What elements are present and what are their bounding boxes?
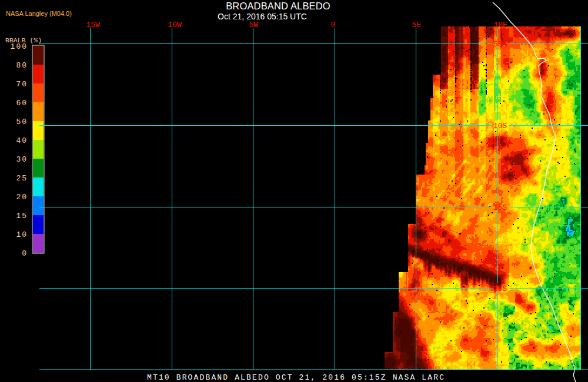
svg-text:20S: 20S [493,284,507,293]
svg-text:15: 15 [16,212,28,220]
svg-text:15S: 15S [493,203,507,212]
svg-text:40: 40 [16,136,28,145]
svg-text:5W: 5W [249,21,259,29]
svg-text:30: 30 [16,155,28,164]
svg-text:25: 25 [16,174,28,183]
svg-text:BBALB (%): BBALB (%) [5,36,42,44]
svg-text:MT10 BROADBAND ALBEDO OCT 2: MT10 BROADBAND ALBEDO OCT 21, 2016 05:15… [147,373,444,382]
svg-text:0: 0 [331,21,336,29]
svg-text:70: 70 [16,80,28,89]
svg-text:20: 20 [16,193,28,202]
svg-text:NASA Langley (M04.0): NASA Langley (M04.0) [6,10,72,17]
svg-text:BROADBAND ALBEDO: BROADBAND ALBEDO [226,1,330,11]
svg-text:10W: 10W [168,21,182,29]
svg-text:15W: 15W [86,21,101,29]
svg-text:5E: 5E [412,21,422,29]
svg-text:Oct 21, 2016 05:15 UTC: Oct 21, 2016 05:15 UTC [218,12,307,21]
svg-text:0: 0 [22,249,28,258]
svg-text:80: 80 [16,61,28,70]
svg-text:10: 10 [16,230,28,239]
svg-text:5S: 5S [493,40,503,49]
svg-text:50: 50 [16,118,28,126]
svg-text:10S: 10S [493,122,507,130]
svg-text:60: 60 [16,99,28,108]
svg-text:10E: 10E [494,21,508,29]
